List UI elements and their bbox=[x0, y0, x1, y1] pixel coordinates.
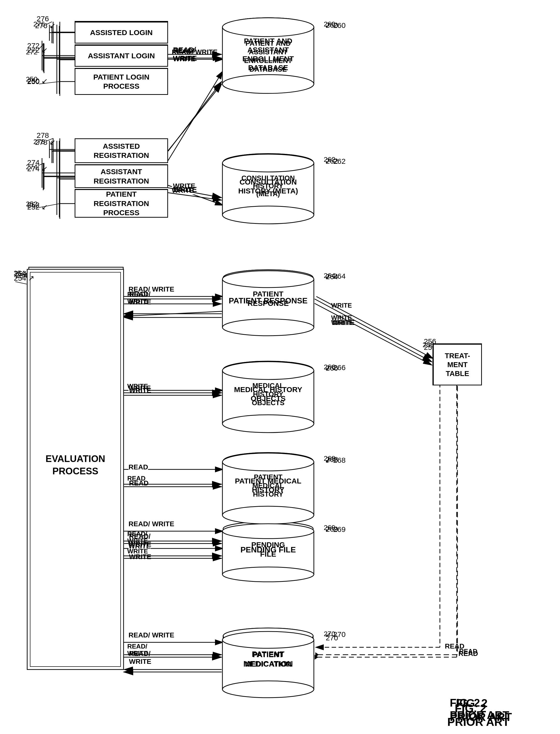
cylinder-269-label: PENDING FILE bbox=[236, 545, 301, 554]
svg-point-49 bbox=[223, 407, 313, 424]
cylinder-270: PATIENT MEDICATION bbox=[222, 627, 314, 687]
cylinder-264-label: PATIENT RESPONSE bbox=[224, 296, 313, 305]
cylinder-262-label: CONSULTATION HISTORY (META) bbox=[222, 178, 314, 196]
ref-252: 252 bbox=[26, 200, 38, 208]
read-label-2: READ bbox=[445, 642, 464, 650]
svg-point-68 bbox=[223, 628, 313, 644]
assistant-login-box: ASSISTANT LOGIN bbox=[75, 44, 168, 67]
assisted-reg-box: ASSISTED REGISTRATION bbox=[75, 138, 168, 163]
ref-269: 269 bbox=[324, 524, 335, 532]
cylinder-266: MEDICAL HISTORY OBJECTS bbox=[222, 361, 314, 425]
ref-272: 272 bbox=[26, 48, 38, 56]
rw-label-4: READ/ WRITE bbox=[129, 631, 174, 639]
patient-reg-box: PATIENT REGISTRATION PROCESS bbox=[75, 189, 168, 216]
read-label-1: READ bbox=[129, 463, 148, 471]
svg-point-44 bbox=[223, 270, 313, 286]
svg-point-32 bbox=[223, 18, 313, 37]
ref-274: 274 bbox=[26, 163, 38, 171]
write-label-3: WRITE bbox=[129, 542, 151, 550]
svg-point-67 bbox=[223, 670, 313, 686]
cylinder-264: PATIENT RESPONSE bbox=[222, 269, 314, 329]
fig-label: FIG. 2 bbox=[450, 697, 480, 709]
diagram: 276 272 250 ASSISTED LOGIN ASSISTANT LOG… bbox=[0, 0, 560, 734]
rw-label-1: READ/ WRITE bbox=[172, 48, 217, 56]
write-label-1: WRITE bbox=[172, 187, 194, 195]
svg-point-38 bbox=[223, 154, 313, 171]
svg-line-24 bbox=[316, 297, 432, 358]
svg-point-50 bbox=[223, 361, 313, 378]
rw-label-2: READ/ WRITE bbox=[129, 285, 174, 293]
svg-line-18 bbox=[124, 311, 222, 316]
evaluation-box: EVALUATION PROCESS bbox=[28, 267, 124, 667]
svg-point-43 bbox=[223, 312, 313, 328]
ref-276: 276 bbox=[33, 20, 45, 28]
assistant-login-label: ASSISTANT LOGIN bbox=[86, 51, 157, 60]
patient-reg-label: PATIENT REGISTRATION PROCESS bbox=[75, 188, 167, 217]
cylinder-270-label: PATIENT MEDICATION bbox=[222, 649, 314, 669]
patient-login-label: PATIENT LOGIN PROCESS bbox=[75, 71, 167, 90]
svg-point-61 bbox=[223, 561, 313, 575]
rw-label-3: READ/ WRITE bbox=[129, 520, 174, 528]
assisted-login-label: ASSISTED LOGIN bbox=[88, 27, 155, 37]
assistant-reg-label: ASSISTANT REGISTRATION bbox=[75, 167, 167, 186]
cylinder-268: PATIENT MEDICAL HISTORY bbox=[222, 452, 314, 516]
ref-278: 278 bbox=[33, 138, 45, 146]
assisted-reg-label: ASSISTED REGISTRATION bbox=[75, 141, 167, 160]
treatment-box: TREAT-MENT TABLE bbox=[432, 344, 482, 385]
prior-art-label: PRIOR ART bbox=[450, 709, 509, 721]
assistant-reg-box: ASSISTANT REGISTRATION bbox=[75, 164, 168, 188]
cylinder-269: PENDING FILE bbox=[222, 521, 314, 576]
cylinder-262: CONSULTATION HISTORY (META) bbox=[222, 153, 314, 218]
ref-268: 268 bbox=[324, 454, 335, 462]
treatment-label: TREAT-MENT TABLE bbox=[433, 356, 481, 373]
evaluation-label: EVALUATION PROCESS bbox=[29, 455, 123, 479]
svg-point-62 bbox=[223, 522, 313, 536]
ref-250: 250 bbox=[26, 75, 38, 83]
cylinder-260: PATIENT AND ASSISTANT ENROLLMENT DATABAS… bbox=[222, 17, 314, 87]
svg-point-55 bbox=[223, 499, 313, 516]
svg-point-56 bbox=[223, 452, 313, 469]
ref-262: 262 bbox=[324, 156, 335, 164]
cylinder-268-label: PATIENT MEDICAL HISTORY bbox=[222, 476, 314, 494]
patient-login-box: PATIENT LOGIN PROCESS bbox=[75, 68, 168, 94]
ref-260: 260 bbox=[324, 20, 335, 28]
svg-point-37 bbox=[223, 200, 313, 217]
ref-254: 254 bbox=[14, 269, 25, 277]
ref-264: 264 bbox=[324, 272, 335, 280]
svg-line-16 bbox=[168, 72, 222, 161]
ref-270: 270 bbox=[324, 630, 335, 638]
write-label-treatment: WRITE bbox=[331, 319, 353, 327]
cylinder-260-label: PATIENT AND ASSISTANT ENROLLMENT DATABAS… bbox=[222, 37, 314, 72]
assisted-login-box: ASSISTED LOGIN bbox=[75, 21, 168, 43]
write-label-2: WRITE bbox=[129, 384, 151, 392]
cylinder-266-label: MEDICAL HISTORY OBJECTS bbox=[222, 385, 314, 403]
ref-266: 266 bbox=[324, 363, 335, 371]
